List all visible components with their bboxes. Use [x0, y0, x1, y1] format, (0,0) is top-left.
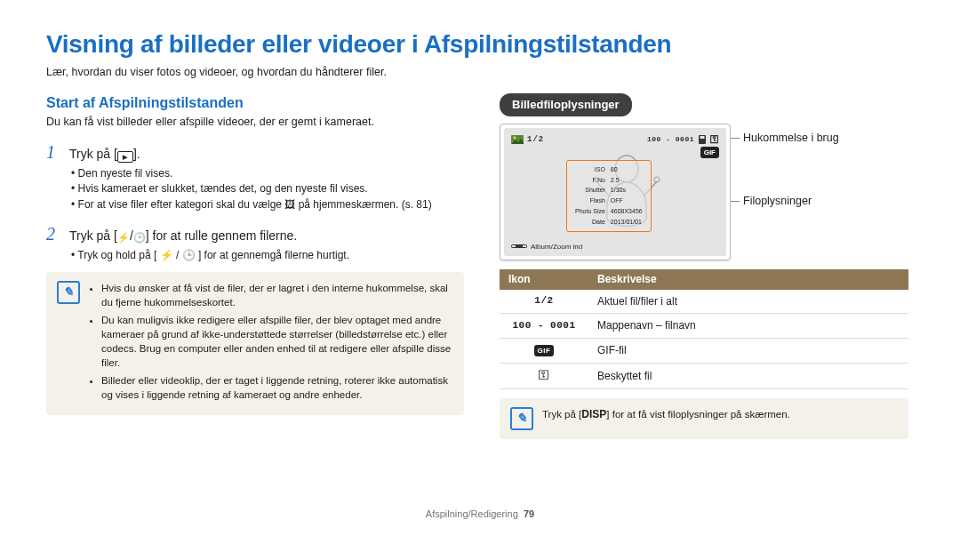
- lcd-bottom-bar: Album/Zoom ind: [511, 242, 582, 252]
- step-1: 1 Tryk på [].: [46, 140, 464, 164]
- info-value: 1/30s: [609, 186, 644, 195]
- footer-section: Afspilning/Redigering: [426, 508, 518, 519]
- step2-after: ] for at rulle gennem filerne.: [146, 228, 297, 243]
- play-icon: [117, 151, 133, 163]
- list-item: Tryk og hold på [ ⚡ / 🕒 ] for at gennemg…: [71, 248, 464, 263]
- page-title: Visning af billeder eller videoer i Afsp…: [46, 27, 914, 61]
- page-footer: Afspilning/Redigering 79: [0, 508, 960, 521]
- list-item: Den nyeste fil vises.: [71, 166, 464, 181]
- info-label: F.No: [573, 176, 607, 185]
- icon-cell: 1/2: [500, 290, 588, 314]
- svg-rect-8: [512, 245, 516, 247]
- note-icon: ✎: [57, 281, 80, 304]
- gif-icon: GIF: [700, 147, 719, 158]
- lcd-bottom-text: Album/Zoom ind: [531, 242, 582, 252]
- photo-icon: [511, 135, 524, 144]
- lcd-filename: 100 - 0001: [647, 134, 694, 144]
- info-value: 4608X3456: [609, 207, 644, 216]
- list-item: Hvis du ønsker at få vist de filer, der …: [101, 281, 453, 309]
- note-callout: ✎ Hvis du ønsker at få vist de filer, de…: [46, 272, 464, 415]
- desc-cell: Mappenavn – filnavn: [588, 314, 908, 339]
- tip-prefix: Tryk på [: [542, 409, 581, 420]
- page-subtitle: Lær, hvordan du viser fotos og videoer, …: [46, 65, 914, 81]
- step-2: 2 Tryk på [⚡/🕒] for at rulle gennem file…: [46, 221, 464, 246]
- icon-table: Ikon Beskrivelse 1/2 Aktuel fil/filer i …: [500, 269, 908, 389]
- section-heading: Start af Afspilningstilstanden: [46, 93, 464, 113]
- list-item: Hvis kameraet er slukket, tændes det, og…: [71, 181, 464, 196]
- right-column: Billedfiloplysninger 1/2 100 - 0001: [500, 93, 908, 440]
- lcd-info-box: ISO80 F.No2.5 Shutter1/30s FlashOFF Phot…: [566, 160, 652, 232]
- table-header-icon: Ikon: [500, 269, 588, 290]
- left-column: Start af Afspilningstilstanden Du kan få…: [46, 93, 464, 440]
- table-row: ⚿ Beskyttet fil: [500, 364, 908, 389]
- info-value: 2013/01/01: [609, 218, 644, 227]
- step1-after: ].: [133, 147, 140, 161]
- info-label: Photo Size: [573, 207, 607, 216]
- icon-cell: GIF: [500, 339, 588, 364]
- info-label: Flash: [573, 196, 607, 205]
- zoom-bar-icon: [511, 243, 527, 250]
- list-item: Du kan muligvis ikke redigere eller afsp…: [101, 313, 453, 370]
- lcd-diagram: 1/2 100 - 0001 ⚿ GIF: [500, 124, 908, 260]
- label-memory: Hukommelse i brug: [743, 131, 839, 147]
- step1-before: Tryk på [: [69, 147, 117, 161]
- table-row: GIF GIF-fil: [500, 339, 908, 364]
- step-2-text: Tryk på [⚡/🕒] for at rulle gennem filern…: [69, 228, 297, 245]
- step-1-text: Tryk på [].: [69, 146, 140, 164]
- gif-icon: GIF: [534, 345, 555, 356]
- info-label: ISO: [573, 165, 607, 174]
- section-intro: Du kan få vist billeder eller afspille v…: [46, 115, 464, 131]
- info-label: Date: [573, 218, 607, 227]
- step-1-bullets: Den nyeste fil vises. Hvis kameraet er s…: [71, 166, 464, 212]
- timer-icon: 🕒: [133, 231, 146, 244]
- desc-cell: GIF-fil: [588, 339, 908, 364]
- list-item: For at vise filer efter kategori skal du…: [71, 197, 464, 212]
- note-list: Hvis du ønsker at få vist de filer, der …: [89, 281, 453, 406]
- note-icon: ✎: [510, 407, 533, 430]
- tip-text: Tryk på [DISP] for at få vist filoplysni…: [542, 407, 790, 430]
- tip-suffix: ] for at få vist filoplysninger på skærm…: [606, 409, 789, 420]
- key-icon: ⚿: [500, 364, 588, 389]
- svg-rect-3: [700, 136, 705, 139]
- desc-cell: Beskyttet fil: [588, 364, 908, 389]
- flash-icon: ⚡: [117, 231, 130, 244]
- info-pill: Billedfiloplysninger: [500, 93, 632, 116]
- list-item: Billeder eller videoklip, der er taget i…: [101, 373, 453, 402]
- memory-icon: [698, 135, 707, 144]
- table-header-desc: Beskrivelse: [588, 269, 908, 290]
- lcd-top-left: 1/2: [511, 134, 544, 146]
- icon-cell: 100 - 0001: [500, 314, 588, 339]
- info-value: 2.5: [609, 176, 644, 185]
- tip-callout: ✎ Tryk på [DISP] for at få vist filoplys…: [500, 398, 908, 439]
- info-value: OFF: [609, 196, 644, 205]
- lcd-screen: 1/2 100 - 0001 ⚿ GIF: [500, 124, 731, 260]
- diagram-labels: Hukommelse i brug Filoplysninger: [743, 124, 839, 210]
- info-value: 80: [609, 165, 644, 174]
- svg-point-1: [514, 136, 516, 139]
- table-row: 1/2 Aktuel fil/filer i alt: [500, 290, 908, 314]
- step-number: 1: [46, 140, 62, 164]
- step-2-bullets: Tryk og hold på [ ⚡ / 🕒 ] for at gennemg…: [71, 248, 464, 263]
- step-number: 2: [46, 221, 62, 246]
- info-label: Shutter: [573, 186, 607, 195]
- disp-label: DISP: [581, 408, 606, 420]
- footer-page: 79: [524, 508, 534, 519]
- lcd-count: 1/2: [527, 134, 544, 146]
- table-row: 100 - 0001 Mappenavn – filnavn: [500, 314, 908, 339]
- label-fileinfo: Filoplysninger: [743, 194, 839, 210]
- step2-before: Tryk på [: [69, 228, 117, 243]
- svg-rect-9: [523, 245, 526, 247]
- desc-cell: Aktuel fil/filer i alt: [588, 290, 908, 314]
